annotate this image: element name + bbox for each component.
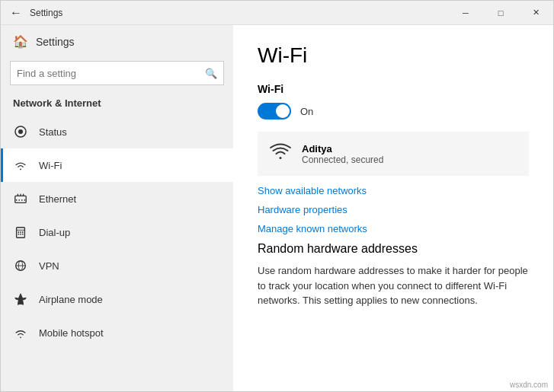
status-icon (13, 124, 28, 139)
back-arrow-icon[interactable]: ← (10, 6, 22, 20)
titlebar-controls: ─ □ ✕ (448, 1, 553, 25)
sidebar-item-label-ethernet: Ethernet (39, 193, 76, 205)
main-layout: 🏠 Settings 🔍 Network & Internet Status (1, 25, 553, 391)
sidebar-item-label-status: Status (39, 126, 67, 138)
search-input[interactable] (17, 68, 205, 79)
titlebar-title: Settings (30, 8, 62, 18)
svg-point-17 (22, 234, 24, 235)
svg-point-12 (18, 231, 19, 233)
sidebar-item-label-dialup: Dial-up (39, 227, 70, 238)
wifi-toggle-row: On (258, 103, 529, 120)
sidebar-item-label-hotspot: Mobile hotspot (39, 327, 104, 339)
page-title: Wi-Fi (258, 43, 529, 68)
dialup-icon (13, 225, 28, 240)
network-status: Connected, secured (302, 155, 383, 165)
minimize-button[interactable]: ─ (448, 1, 483, 25)
sidebar-item-hotspot[interactable]: Mobile hotspot (1, 316, 233, 349)
svg-point-14 (22, 231, 24, 233)
show-available-networks-link[interactable]: Show available networks (258, 185, 529, 196)
hardware-properties-link[interactable]: Hardware properties (258, 204, 529, 215)
sidebar-item-ethernet[interactable]: Ethernet (1, 182, 233, 215)
home-icon: 🏠 (13, 34, 28, 49)
manage-known-networks-link[interactable]: Manage known networks (258, 223, 529, 234)
svg-point-1 (18, 129, 23, 134)
svg-point-16 (20, 234, 21, 235)
random-hw-title: Random hardware addresses (258, 242, 529, 256)
svg-point-15 (18, 234, 19, 235)
restore-button[interactable]: □ (483, 1, 518, 25)
sidebar-item-status[interactable]: Status (1, 115, 233, 148)
wifi-toggle-label: On (300, 106, 313, 117)
airplane-icon (13, 292, 28, 307)
sidebar-item-vpn[interactable]: VPN (1, 249, 233, 282)
svg-rect-2 (15, 196, 26, 202)
content-area: Wi-Fi Wi-Fi On (233, 25, 553, 391)
sidebar-item-airplane[interactable]: Airplane mode (1, 282, 233, 316)
close-button[interactable]: ✕ (518, 1, 553, 25)
sidebar-item-label-airplane: Airplane mode (39, 294, 103, 305)
sidebar: 🏠 Settings 🔍 Network & Internet Status (1, 25, 233, 391)
wifi-icon (13, 158, 28, 173)
titlebar-left: ← Settings (10, 6, 62, 20)
sidebar-app-label: Settings (36, 36, 75, 48)
watermark: wsxdn.com (510, 381, 548, 389)
network-info: Aditya Connected, secured (302, 143, 383, 165)
wifi-section-title: Wi-Fi (258, 83, 529, 95)
sidebar-item-label-wifi: Wi-Fi (39, 160, 62, 171)
network-card: Aditya Connected, secured (258, 132, 529, 176)
search-box[interactable]: 🔍 (10, 61, 224, 85)
search-icon: 🔍 (205, 68, 217, 79)
titlebar: ← Settings ─ □ ✕ (1, 1, 553, 25)
settings-window: ← Settings ─ □ ✕ 🏠 Settings 🔍 Network & … (0, 0, 554, 392)
vpn-icon (13, 258, 28, 273)
toggle-knob (276, 104, 290, 118)
random-hw-description: Use random hardware addresses to make it… (258, 263, 529, 308)
network-name: Aditya (302, 143, 383, 155)
sidebar-item-dialup[interactable]: Dial-up (1, 215, 233, 249)
svg-point-13 (20, 231, 21, 233)
sidebar-home-button[interactable]: 🏠 Settings (1, 25, 233, 58)
sidebar-item-label-vpn: VPN (39, 260, 59, 272)
ethernet-icon (13, 191, 28, 206)
network-wifi-icon (270, 141, 291, 167)
wifi-toggle[interactable] (258, 103, 291, 120)
sidebar-item-wifi[interactable]: Wi-Fi (1, 148, 233, 182)
sidebar-section-label: Network & Internet (1, 94, 233, 115)
hotspot-icon (13, 325, 28, 340)
